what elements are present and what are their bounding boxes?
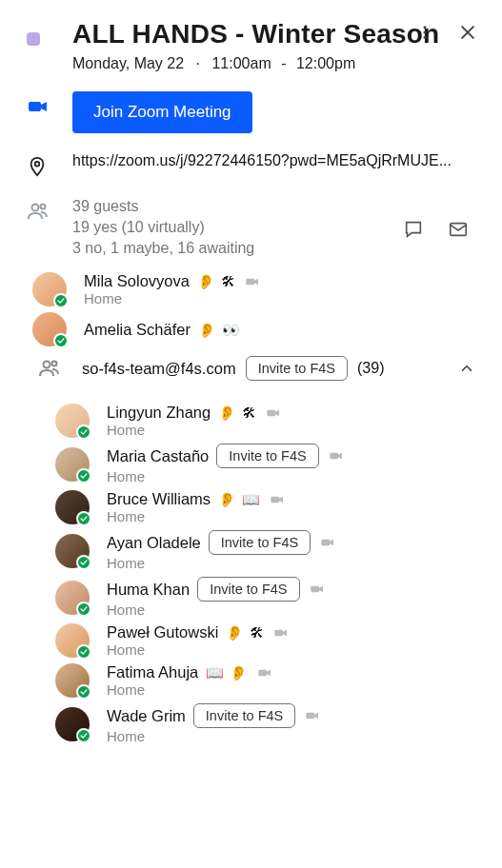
svg-rect-12 xyxy=(330,453,338,460)
status-check-icon xyxy=(76,555,91,570)
badge-icon: 📖 xyxy=(242,492,260,506)
attendee-name: Maria Castaño xyxy=(107,447,209,465)
badge-icon: 👂 xyxy=(218,492,236,506)
video-camera-icon xyxy=(303,708,322,723)
svg-rect-18 xyxy=(307,713,315,720)
svg-point-2 xyxy=(424,36,427,39)
chevron-up-icon[interactable] xyxy=(458,360,475,377)
svg-point-4 xyxy=(35,162,40,167)
status-check-icon xyxy=(53,333,69,348)
status-check-icon xyxy=(53,293,69,308)
status-check-icon xyxy=(76,511,91,526)
attendee-list-top: Mila Solovyova👂🛠HomeAmelia Schäfer👂👀 xyxy=(27,268,475,348)
attendee-name: Paweł Gutowski xyxy=(107,623,218,641)
event-color-chip xyxy=(27,32,40,46)
svg-rect-15 xyxy=(311,586,319,593)
badge-icon: 👂 xyxy=(197,274,215,288)
invite-button[interactable]: Invite to F4S xyxy=(197,577,299,602)
attendee-name: Fatima Ahuja xyxy=(107,663,198,681)
guests-total: 39 guests xyxy=(72,196,254,217)
attendee-row[interactable]: Wade GrimInvite to F4SHome xyxy=(27,700,475,746)
svg-point-6 xyxy=(41,205,46,209)
svg-rect-3 xyxy=(29,102,41,111)
attendee-row[interactable]: Fatima Ahuja📖👂Home xyxy=(27,660,475,700)
attendee-name: Amelia Schäfer xyxy=(84,321,191,339)
status-check-icon xyxy=(76,728,91,743)
group-count: (39) xyxy=(357,360,384,377)
svg-rect-14 xyxy=(322,540,331,546)
video-camera-icon xyxy=(264,405,283,421)
attendee-location: Home xyxy=(107,422,475,438)
status-check-icon xyxy=(76,424,91,440)
badge-icon: 📖 xyxy=(206,665,224,680)
invite-button[interactable]: Invite to F4S xyxy=(209,530,311,555)
attendee-row[interactable]: Huma KhanInvite to F4SHome xyxy=(27,573,475,620)
group-icon xyxy=(27,357,72,380)
svg-rect-8 xyxy=(246,278,254,285)
video-camera-icon xyxy=(327,448,346,464)
attendee-location: Home xyxy=(107,641,475,658)
attendee-row[interactable]: Amelia Schäfer👂👀 xyxy=(27,308,475,348)
invite-group-button[interactable]: Invite to F4S xyxy=(246,356,348,381)
status-check-icon xyxy=(76,644,91,660)
badge-icon: 👂 xyxy=(230,665,248,680)
location-pin-icon xyxy=(27,152,72,177)
attendee-row[interactable]: Bruce Williams👂📖Home xyxy=(27,486,475,526)
video-camera-icon xyxy=(27,91,72,133)
svg-point-1 xyxy=(424,31,427,34)
svg-point-9 xyxy=(44,362,50,368)
attendee-row[interactable]: Mila Solovyova👂🛠Home xyxy=(27,268,475,308)
badge-icon: 👂 xyxy=(218,405,236,420)
invite-button[interactable]: Invite to F4S xyxy=(193,703,295,728)
attendee-row[interactable]: Paweł Gutowski👂🛠Home xyxy=(27,620,475,660)
attendee-list-sub: Lingyun Zhang👂🛠HomeMaria CastañoInvite t… xyxy=(27,400,475,746)
attendee-location: Home xyxy=(107,508,475,524)
svg-point-5 xyxy=(32,205,39,211)
badge-icon: 🛠 xyxy=(250,625,264,640)
meeting-link[interactable]: https://zoom.us/j/92272446150?pwd=ME5aQj… xyxy=(72,152,472,169)
close-button[interactable] xyxy=(452,17,483,48)
event-start-time: 11:00am xyxy=(211,55,271,71)
status-check-icon xyxy=(76,468,91,483)
status-check-icon xyxy=(76,684,91,700)
attendee-row[interactable]: Lingyun Zhang👂🛠Home xyxy=(27,400,475,440)
attendee-row[interactable]: Ayan OladeleInvite to F4SHome xyxy=(27,526,475,573)
svg-rect-17 xyxy=(259,669,268,676)
badge-icon: 👂 xyxy=(226,625,244,640)
attendee-name: Mila Solovyova xyxy=(84,272,190,290)
badge-icon: 👀 xyxy=(222,323,240,337)
guests-status-breakdown: 3 no, 1 maybe, 16 awaiting xyxy=(72,238,254,259)
svg-rect-16 xyxy=(275,629,284,636)
video-camera-icon xyxy=(268,492,287,507)
attendee-location: Home xyxy=(107,728,475,744)
status-check-icon xyxy=(76,602,91,617)
video-camera-icon xyxy=(255,665,274,681)
guests-yes: 19 yes (10 virtually) xyxy=(72,217,254,238)
video-camera-icon xyxy=(308,582,327,597)
attendee-location: Home xyxy=(107,468,475,484)
email-button[interactable] xyxy=(441,213,475,246)
attendee-name: Bruce Williams xyxy=(107,490,211,508)
svg-point-0 xyxy=(424,26,427,29)
attendee-name: Wade Grim xyxy=(107,707,186,725)
join-zoom-button[interactable]: Join Zoom Meeting xyxy=(72,91,252,133)
more-options-button[interactable] xyxy=(411,18,439,47)
attendee-location: Home xyxy=(107,555,475,571)
group-email: so-f4s-team@f4s.com xyxy=(82,360,236,378)
video-camera-icon xyxy=(243,274,262,289)
attendee-name: Ayan Oladele xyxy=(107,534,201,552)
group-row[interactable]: so-f4s-team@f4s.com Invite to F4S (39) xyxy=(27,348,475,390)
badge-icon: 🛠 xyxy=(242,405,256,420)
invite-button[interactable]: Invite to F4S xyxy=(216,444,318,468)
attendee-row[interactable]: Maria CastañoInvite to F4SHome xyxy=(27,440,475,486)
attendee-location: Home xyxy=(84,290,475,306)
attendee-name: Lingyun Zhang xyxy=(107,404,211,422)
event-datetime: Monday, May 22 · 11:00am - 12:00pm xyxy=(72,55,475,72)
guests-icon xyxy=(27,196,72,259)
attendee-name: Huma Khan xyxy=(107,581,190,599)
video-camera-icon xyxy=(271,625,291,641)
attendee-location: Home xyxy=(107,602,475,618)
chat-button[interactable] xyxy=(397,213,430,246)
badge-icon: 👂 xyxy=(198,323,216,337)
event-end-time: 12:00pm xyxy=(296,55,355,71)
